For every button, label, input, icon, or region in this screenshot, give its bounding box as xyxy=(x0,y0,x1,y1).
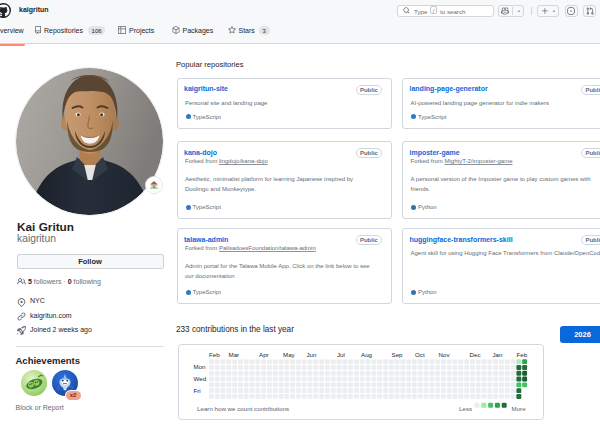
svg-text:Mar: Mar xyxy=(228,350,239,357)
svg-text:Jun: Jun xyxy=(306,350,317,357)
svg-text:Fri: Fri xyxy=(193,386,200,393)
svg-text:Less: Less xyxy=(459,404,472,411)
svg-text:Jul: Jul xyxy=(337,350,345,357)
svg-text:Aug: Aug xyxy=(361,350,373,357)
svg-text:Nov: Nov xyxy=(438,350,450,357)
svg-text:Jan: Jan xyxy=(492,350,503,357)
svg-text:Apr: Apr xyxy=(259,350,269,357)
svg-text:More: More xyxy=(511,404,526,411)
svg-text:Feb: Feb xyxy=(516,350,527,357)
svg-text:Wed: Wed xyxy=(193,375,206,382)
svg-text:Sep: Sep xyxy=(391,350,403,357)
svg-text:Dec: Dec xyxy=(469,350,480,357)
svg-text:Mon: Mon xyxy=(193,363,206,370)
svg-text:Oct: Oct xyxy=(415,350,425,357)
svg-text:Feb: Feb xyxy=(209,350,220,357)
svg-text:Learn how we count contributio: Learn how we count contributions xyxy=(197,404,289,411)
svg-text:May: May xyxy=(283,350,296,357)
